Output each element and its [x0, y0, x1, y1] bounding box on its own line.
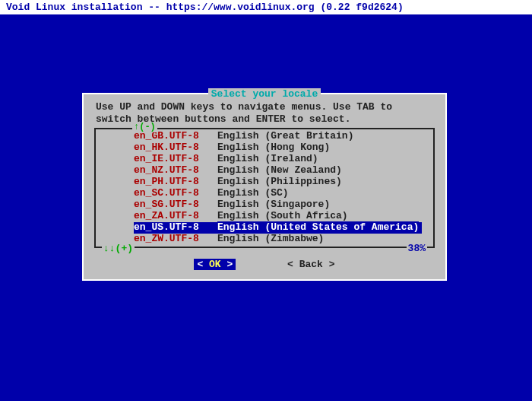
- locale-row[interactable]: en_SC.UTF-8English (SC): [99, 188, 430, 199]
- locale-row[interactable]: en_SG.UTF-8English (Singapore): [99, 199, 430, 211]
- locale-code: en_PH.UTF-8: [134, 177, 217, 188]
- locale-desc: English (Singapore): [217, 199, 330, 211]
- title-text: Void Linux installation -- https://www.v…: [6, 2, 404, 13]
- locale-row[interactable]: en_ZA.UTF-8English (South Africa): [99, 211, 430, 222]
- locale-row[interactable]: en_US.UTF-8English (United States of Ame…: [99, 222, 430, 234]
- title-bar: Void Linux installation -- https://www.v…: [0, 0, 532, 14]
- locale-code: en_IE.UTF-8: [134, 154, 217, 165]
- scroll-up-indicator: ↑(-): [132, 122, 157, 132]
- locale-dialog: Select your locale Use UP and DOWN keys …: [82, 93, 447, 281]
- scroll-down-indicator: ↓↓(+): [102, 243, 135, 254]
- scroll-percent: 38%: [407, 243, 427, 254]
- locale-row[interactable]: en_PH.UTF-8English (Philippines): [99, 177, 430, 188]
- locale-desc: English (New Zealand): [217, 165, 342, 177]
- locale-desc: English (Ireland): [217, 154, 318, 165]
- list-footer: ↓↓(+) 38%: [96, 243, 433, 254]
- locale-code: en_SC.UTF-8: [134, 188, 217, 199]
- locale-code: en_SG.UTF-8: [134, 199, 217, 211]
- locale-code: en_US.UTF-8: [134, 222, 217, 234]
- locale-desc: English (SC): [217, 188, 289, 199]
- button-row: < OK > < Back >: [93, 259, 436, 270]
- locale-row[interactable]: en_HK.UTF-8English (Hong Kong): [99, 142, 430, 154]
- locale-desc: English (United States of America): [217, 221, 419, 233]
- locale-desc: English (South Africa): [217, 211, 348, 222]
- locale-desc: English (Great Britain): [217, 131, 353, 142]
- locale-desc: English (Hong Kong): [217, 142, 330, 154]
- locale-listbox[interactable]: ↑(-) en_GB.UTF-8English (Great Britain)e…: [94, 128, 435, 247]
- dialog-title: Select your locale: [208, 88, 321, 100]
- locale-desc: English (Philippines): [217, 177, 342, 188]
- locale-row[interactable]: en_IE.UTF-8English (Ireland): [99, 154, 430, 165]
- locale-code: en_GB.UTF-8: [134, 131, 217, 142]
- back-button[interactable]: < Back >: [287, 259, 334, 270]
- locale-code: en_HK.UTF-8: [134, 142, 217, 154]
- locale-code: en_ZA.UTF-8: [134, 211, 217, 222]
- locale-row[interactable]: en_GB.UTF-8English (Great Britain): [99, 131, 430, 142]
- locale-row[interactable]: en_NZ.UTF-8English (New Zealand): [99, 165, 430, 177]
- locale-code: en_NZ.UTF-8: [134, 165, 217, 177]
- ok-button[interactable]: < OK >: [194, 259, 236, 270]
- dialog-title-row: Select your locale: [93, 88, 436, 100]
